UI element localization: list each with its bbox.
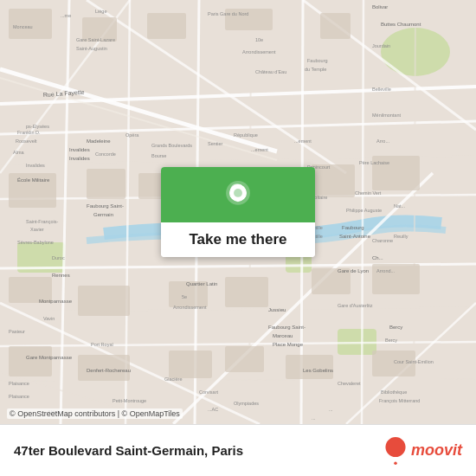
svg-text:Ch...: Ch...	[372, 255, 383, 261]
svg-text:Buttes Chaumont: Buttes Chaumont	[381, 22, 421, 27]
svg-text:Concorde: Concorde	[95, 151, 116, 157]
svg-text:Paris Gare du Nord: Paris Gare du Nord	[208, 11, 248, 16]
svg-text:Liège: Liège	[95, 9, 106, 14]
svg-text:Opéra: Opéra	[125, 132, 139, 138]
svg-rect-48	[169, 351, 212, 378]
svg-text:Grands Boulevards: Grands Boulevards	[151, 143, 192, 148]
svg-text:...ement: ...ement	[294, 138, 312, 144]
svg-rect-49	[225, 346, 264, 372]
svg-text:Plaisance: Plaisance	[9, 381, 29, 386]
svg-text:Rennes: Rennes	[52, 273, 70, 278]
svg-text:Sentier: Sentier	[208, 141, 223, 146]
svg-text:Invalides: Invalides	[69, 147, 90, 152]
svg-text:Les Gobelins: Les Gobelins	[303, 368, 333, 373]
svg-text:Alma: Alma	[13, 150, 24, 155]
svg-text:Belleville: Belleville	[372, 87, 391, 92]
svg-text:Arrondissement: Arrondissement	[242, 49, 276, 55]
svg-text:Madeleine: Madeleine	[87, 138, 111, 144]
svg-text:Charonne: Charonne	[372, 238, 393, 243]
svg-text:Olympiades: Olympiades	[234, 401, 259, 406]
svg-rect-50	[286, 355, 333, 379]
svg-text:Gare Saint-Lazare: Gare Saint-Lazare	[76, 37, 115, 42]
svg-text:Arrondissement: Arrondissement	[173, 305, 207, 310]
map-attribution: © OpenStreetMap contributors | © OpenMap…	[7, 408, 183, 419]
svg-text:Port Royal: Port Royal	[91, 342, 113, 347]
svg-point-150	[394, 461, 397, 465]
svg-text:Père Lachaise: Père Lachaise	[359, 160, 389, 165]
svg-text:Quartier Latin: Quartier Latin	[186, 281, 217, 286]
svg-text:Cour Saint-Emilion: Cour Saint-Emilion	[394, 359, 434, 364]
svg-text:Petit-Montrouge: Petit-Montrouge	[113, 398, 146, 403]
svg-text:Gare Montparnasse: Gare Montparnasse	[26, 355, 73, 360]
svg-text:Denfert-Rochereau: Denfert-Rochereau	[87, 368, 131, 373]
map-container: Rue La Fayette La Seine Notre-D Quartier…	[0, 0, 476, 424]
button-icon-area	[161, 167, 315, 222]
svg-text:Faubourg: Faubourg	[307, 58, 328, 63]
moovit-label: moovit	[411, 441, 462, 460]
take-me-there-label: Take me there	[161, 222, 315, 257]
svg-text:Arro...: Arro...	[376, 138, 389, 144]
svg-text:Duroc: Duroc	[52, 255, 65, 261]
svg-text:Franklin D.: Franklin D.	[17, 130, 41, 135]
moovit-logo: moovit	[383, 437, 462, 465]
svg-text:Vavin: Vavin	[43, 316, 55, 321]
svg-text:Sèvres-Babylone: Sèvres-Babylone	[17, 240, 54, 245]
location-pin-icon	[222, 181, 254, 212]
svg-text:Faubourg Saint-: Faubourg Saint-	[268, 325, 306, 330]
svg-text:Saint-François-: Saint-François-	[26, 219, 58, 224]
svg-text:...ement: ...ement	[251, 147, 268, 152]
svg-text:Monceau: Monceau	[13, 24, 33, 29]
svg-rect-41	[78, 286, 130, 316]
svg-rect-46	[9, 346, 52, 376]
svg-text:Bercy: Bercy	[389, 325, 402, 330]
svg-text:Xavier: Xavier	[30, 227, 44, 232]
svg-text:ps-Elysées: ps-Elysées	[26, 124, 49, 129]
svg-text:...: ...	[329, 407, 333, 412]
svg-text:François Mitterrand: François Mitterrand	[379, 398, 420, 403]
svg-text:10e: 10e	[255, 37, 263, 42]
svg-text:du Temple: du Temple	[305, 67, 326, 72]
svg-text:5e: 5e	[182, 294, 187, 299]
svg-text:Faubourg: Faubourg	[342, 225, 364, 230]
svg-text:Invalides: Invalides	[69, 156, 90, 161]
svg-text:Jussieu: Jussieu	[268, 307, 286, 312]
svg-text:Montparnasse: Montparnasse	[39, 299, 73, 304]
svg-text:Château d'Eau: Château d'Eau	[255, 69, 286, 74]
svg-text:Gare de Lyon: Gare de Lyon	[338, 268, 369, 273]
svg-text:Chemin Vert: Chemin Vert	[355, 190, 382, 196]
svg-text:Bolivar: Bolivar	[372, 4, 388, 10]
svg-text:Bourse: Bourse	[151, 153, 166, 158]
bottom-bar: 47ter Boulevard Saint-Germain, Paris moo…	[0, 424, 476, 476]
svg-text:Plaisance: Plaisance	[9, 394, 29, 399]
svg-text:Jourdain: Jourdain	[372, 43, 390, 48]
svg-text:Bibliothèque: Bibliothèque	[381, 389, 407, 395]
svg-rect-36	[87, 169, 125, 199]
svg-text:Bercy: Bercy	[385, 338, 397, 343]
svg-text:...me: ...me	[61, 13, 71, 18]
svg-rect-34	[320, 13, 351, 39]
svg-text:Gare d'Austerlitz: Gare d'Austerlitz	[338, 303, 373, 308]
svg-text:Roosevelt: Roosevelt	[16, 138, 37, 144]
svg-text:...: ...	[312, 415, 316, 421]
svg-text:Place Monge: Place Monge	[273, 342, 304, 347]
svg-rect-32	[147, 13, 186, 39]
svg-text:Faubourg Saint-: Faubourg Saint-	[87, 203, 124, 209]
svg-text:Ménilmontant: Ménilmontant	[372, 113, 401, 118]
location-text: 47ter Boulevard Saint-Germain, Paris	[14, 443, 243, 458]
svg-text:...AC: ...AC	[208, 407, 218, 412]
svg-text:République: République	[234, 132, 258, 138]
svg-text:École Militaire: École Militaire	[17, 177, 50, 183]
svg-text:Glacière: Glacière	[164, 376, 182, 382]
svg-rect-43	[225, 277, 268, 307]
svg-text:Philippe Auguste: Philippe Auguste	[346, 208, 382, 213]
svg-text:Saint-Antoine: Saint-Antoine	[339, 234, 371, 239]
svg-text:Marceau: Marceau	[273, 333, 293, 338]
svg-text:Chevaleret: Chevaleret	[338, 381, 361, 386]
moovit-pin-icon	[383, 437, 408, 465]
svg-text:Germain: Germain	[93, 212, 113, 217]
take-me-there-button[interactable]: Take me there	[161, 167, 315, 257]
svg-text:Invalides: Invalides	[26, 163, 45, 168]
svg-text:Corvisart: Corvisart	[199, 389, 218, 395]
svg-text:Pasteur: Pasteur	[9, 329, 25, 334]
svg-text:Saint-Augustin: Saint-Augustin	[76, 46, 107, 51]
